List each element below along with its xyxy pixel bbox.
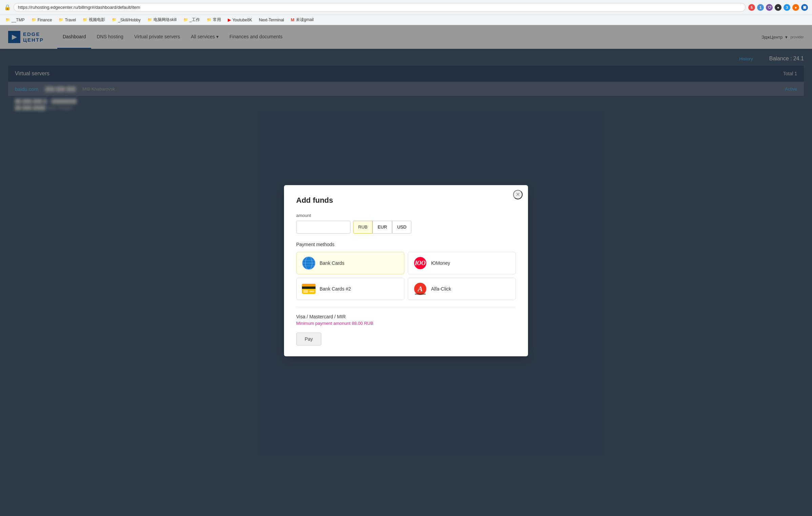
payment-info-title: Visa / Mastercard / MIR: [296, 314, 516, 319]
bookmark-finance[interactable]: 📁 Finance: [30, 17, 54, 23]
folder-icon: 📁: [147, 18, 152, 22]
browser-bar: 🔒 https://ruhosting.edgecenter.ru/billmg…: [0, 0, 812, 15]
bookmark-label: _工作: [189, 17, 200, 23]
bookmark-gmail[interactable]: M 未读gmail: [289, 16, 315, 23]
ext-icon-6[interactable]: ●: [792, 4, 799, 11]
bookmark-label: _Skill/Hobby: [118, 18, 141, 22]
bookmark-label: Next-Terminal: [259, 18, 284, 22]
payment-option-bank-cards[interactable]: Bank Cards: [296, 252, 404, 274]
bookmark-label: 视频电影: [89, 17, 105, 23]
youtube-icon: ▶: [228, 17, 231, 22]
ext-icon-2[interactable]: 1: [757, 4, 764, 11]
yumoney-icon: ЮO: [413, 256, 427, 270]
currency-usd[interactable]: USD: [392, 221, 411, 234]
bookmark-label: Youtube8K: [232, 18, 252, 22]
bookmark-pc[interactable]: 📁 电脑网络skill: [146, 16, 178, 23]
bookmark-work[interactable]: 📁 _工作: [182, 16, 201, 23]
bookmark-video[interactable]: 📁 视频电影: [81, 16, 106, 23]
add-funds-modal: × Add funds amount RUB EUR USD Payment m…: [284, 185, 528, 356]
bookmark-travel[interactable]: 📁 Travel: [57, 17, 77, 23]
ext-icon-5[interactable]: 3: [784, 4, 790, 11]
svg-rect-10: [302, 286, 316, 289]
url-text: https://ruhosting.edgecenter.ru/billmgr#…: [18, 5, 140, 10]
folder-icon: 📁: [5, 18, 10, 22]
yumoney-label: ЮMoney: [431, 260, 450, 266]
bookmark-skill[interactable]: 📁 _Skill/Hobby: [110, 17, 142, 23]
gmail-icon: M: [291, 17, 295, 22]
payment-methods-grid: Bank Cards ЮO ЮMoney: [296, 252, 516, 300]
browser-actions: 5 1 🛡 ● 3 ● ▣: [748, 4, 808, 11]
bank-cards-label: Bank Cards: [320, 260, 344, 266]
currency-selector: RUB EUR USD: [353, 221, 411, 234]
svg-rect-15: [415, 294, 426, 295]
modal-separator: [296, 307, 516, 307]
amount-label: amount: [296, 213, 516, 218]
folder-icon: 📁: [183, 18, 188, 22]
modal-overlay: × Add funds amount RUB EUR USD Payment m…: [0, 25, 812, 516]
ext-icon-4[interactable]: ●: [775, 4, 781, 11]
modal-title: Add funds: [296, 196, 516, 205]
lock-icon: 🔒: [4, 4, 11, 11]
bank-cards-icon: [302, 256, 316, 270]
payment-option-bank-cards-2[interactable]: Bank Cards #2: [296, 278, 404, 300]
url-bar[interactable]: https://ruhosting.edgecenter.ru/billmgr#…: [14, 3, 746, 12]
folder-icon: 📁: [207, 18, 211, 22]
folder-icon: 📁: [32, 18, 36, 22]
payment-methods-label: Payment methods: [296, 242, 516, 247]
alfa-click-icon: A: [413, 282, 427, 296]
bookmark-label: Travel: [65, 18, 76, 22]
svg-rect-11: [303, 290, 308, 293]
ext-icon-1[interactable]: 5: [748, 4, 755, 11]
bookmark-common[interactable]: 📁 常用: [205, 16, 222, 23]
payment-option-yumoney[interactable]: ЮO ЮMoney: [408, 252, 516, 274]
pay-button[interactable]: Pay: [296, 333, 321, 345]
svg-text:A: A: [417, 284, 423, 293]
bank-cards-2-label: Bank Cards #2: [320, 286, 351, 292]
ext-icon-7[interactable]: ▣: [801, 4, 808, 11]
bookmark-label: 未读gmail: [296, 17, 314, 23]
folder-icon: 📁: [83, 18, 87, 22]
bookmark-tmp[interactable]: 📁 __TMP: [4, 17, 26, 23]
ext-icon-3[interactable]: 🛡: [766, 4, 773, 11]
bookmark-label: 常用: [213, 17, 221, 23]
payment-option-alfa-click[interactable]: A Alfa-Click: [408, 278, 516, 300]
bookmark-label: 电脑网络skill: [154, 17, 177, 23]
currency-eur[interactable]: EUR: [372, 221, 392, 234]
bookmark-label: Finance: [38, 18, 52, 22]
svg-rect-12: [309, 291, 314, 292]
minimum-payment-info: Minimum payment amonunt 88.00 RUB: [296, 321, 516, 326]
bookmark-terminal[interactable]: Next-Terminal: [258, 17, 285, 23]
bookmark-label: __TMP: [12, 18, 25, 22]
currency-rub[interactable]: RUB: [353, 221, 372, 234]
page-background: ▶ EDGE ЦЕНТР Dashboard DNS hosting Virtu…: [0, 25, 812, 516]
close-button[interactable]: ×: [513, 190, 523, 199]
folder-icon: 📁: [112, 18, 117, 22]
bank-cards-2-icon: [302, 282, 316, 296]
bookmarks-bar: 📁 __TMP 📁 Finance 📁 Travel 📁 视频电影 📁 _Ski…: [0, 15, 812, 25]
folder-icon: 📁: [59, 18, 63, 22]
alfa-click-label: Alfa-Click: [431, 286, 451, 292]
amount-row: RUB EUR USD: [296, 221, 516, 234]
amount-input[interactable]: [296, 221, 350, 234]
bookmark-youtube[interactable]: ▶ Youtube8K: [226, 17, 253, 23]
svg-text:ЮO: ЮO: [414, 260, 426, 266]
